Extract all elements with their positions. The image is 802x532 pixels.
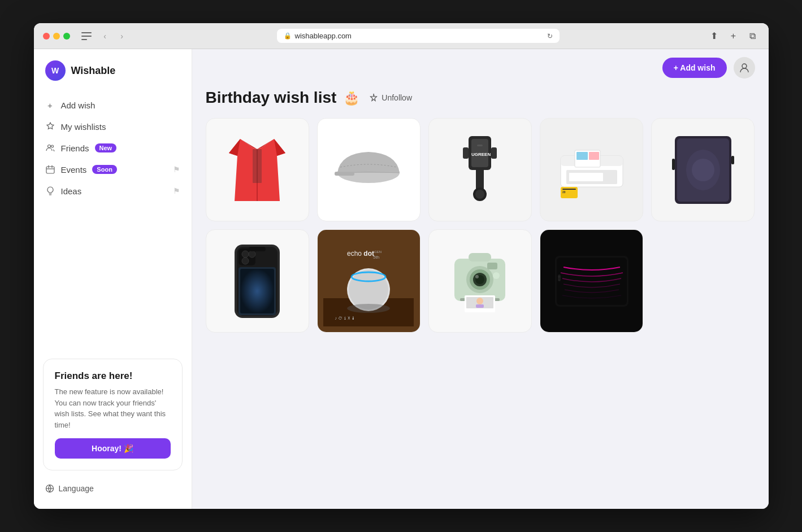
sidebar-item-label: My wishlists bbox=[61, 122, 106, 132]
product-card-tablet[interactable] bbox=[651, 118, 755, 221]
sidebar-item-label: Add wish bbox=[61, 101, 96, 110]
svg-point-45 bbox=[349, 270, 388, 309]
svg-text:echo dot: echo dot bbox=[347, 250, 374, 258]
promo-text: The new feature is now available! You ca… bbox=[55, 386, 171, 430]
svg-point-15 bbox=[475, 190, 484, 199]
tabs-button[interactable]: ⧉ bbox=[746, 29, 760, 43]
svg-point-72 bbox=[558, 279, 560, 281]
svg-text:♪ ⏱ ℹ ☀ 🌡: ♪ ⏱ ℹ ☀ 🌡 bbox=[335, 316, 356, 321]
svg-rect-59 bbox=[469, 253, 491, 261]
wishlist-emoji: 🎂 bbox=[343, 90, 360, 106]
wishlist-header: Birthday wish list 🎂 Unfollow bbox=[206, 86, 755, 107]
nav-arrows: ‹ › bbox=[98, 29, 129, 43]
product-card-holder[interactable]: UGREEN bbox=[428, 118, 532, 221]
sidebar-item-label: Events bbox=[61, 165, 87, 175]
svg-rect-60 bbox=[487, 263, 497, 269]
unfollow-button[interactable]: Unfollow bbox=[369, 93, 412, 102]
traffic-light-red[interactable] bbox=[43, 33, 50, 40]
main-content: + Add wish Birthday wish list 🎂 bbox=[192, 49, 769, 509]
sidebar-item-add-wish[interactable]: + Add wish bbox=[34, 94, 192, 116]
browser-window: ‹ › 🔒 wishableapp.com ↻ ⬆ + ⧉ W Wishable… bbox=[34, 23, 769, 509]
plus-icon: + bbox=[45, 100, 55, 110]
lock-icon: 🔒 bbox=[284, 32, 292, 40]
refresh-icon[interactable]: ↻ bbox=[547, 32, 553, 40]
sidebar: W Wishable + Add wish My wishlists bbox=[34, 49, 192, 509]
svg-point-46 bbox=[347, 304, 390, 313]
star-icon bbox=[45, 121, 55, 132]
svg-rect-66 bbox=[476, 304, 484, 308]
product-card-iphone[interactable] bbox=[206, 229, 309, 333]
svg-point-4 bbox=[742, 64, 747, 68]
browser-content: W Wishable + Add wish My wishlists bbox=[34, 49, 769, 509]
app-name: Wishable bbox=[71, 65, 116, 77]
unfollow-label: Unfollow bbox=[382, 93, 412, 102]
svg-point-1 bbox=[51, 145, 53, 147]
svg-rect-32 bbox=[731, 156, 734, 164]
browser-actions: ⬆ + ⧉ bbox=[708, 29, 760, 43]
promo-button[interactable]: Hooray! 🎉 bbox=[55, 438, 171, 459]
logo-area: W Wishable bbox=[34, 60, 192, 94]
products-grid: UGREEN bbox=[206, 118, 755, 333]
svg-rect-10 bbox=[463, 147, 469, 159]
jacket-product-visual bbox=[206, 119, 309, 221]
sidebar-item-my-wishlists[interactable]: My wishlists bbox=[34, 116, 192, 137]
back-button[interactable]: ‹ bbox=[98, 29, 112, 43]
ipad-product-visual bbox=[540, 230, 643, 332]
new-tab-button[interactable]: + bbox=[727, 29, 740, 43]
svg-rect-5 bbox=[253, 149, 262, 183]
product-card-printer[interactable]: 20 bbox=[540, 118, 643, 221]
printer-product-visual: 20 bbox=[540, 119, 643, 221]
app-logo: W bbox=[45, 60, 66, 81]
svg-point-65 bbox=[476, 298, 483, 304]
language-button[interactable]: Language bbox=[43, 479, 183, 498]
tablet-product-visual bbox=[652, 119, 754, 221]
top-bar: + Add wish bbox=[192, 49, 769, 86]
product-card-echo[interactable]: echo dot GEN 5th ♪ ⏱ ℹ ☀ 🌡 bbox=[317, 229, 420, 333]
share-button[interactable]: ⬆ bbox=[708, 29, 721, 43]
svg-rect-20 bbox=[569, 173, 603, 181]
promo-card: Friends are here! The new feature is now… bbox=[43, 359, 183, 470]
product-card-jacket[interactable] bbox=[206, 118, 309, 221]
traffic-light-yellow[interactable] bbox=[53, 33, 60, 40]
svg-point-30 bbox=[692, 159, 714, 181]
svg-rect-69 bbox=[557, 258, 627, 305]
svg-rect-22 bbox=[576, 152, 588, 160]
svg-rect-2 bbox=[46, 167, 54, 173]
svg-point-38 bbox=[242, 258, 249, 264]
url-text: wishableapp.com bbox=[295, 32, 352, 40]
svg-point-61 bbox=[493, 272, 500, 279]
iphone-product-visual bbox=[206, 230, 309, 332]
product-card-instax[interactable] bbox=[428, 229, 532, 333]
address-bar[interactable]: 🔒 wishableapp.com ↻ bbox=[277, 29, 560, 43]
bulb-icon bbox=[45, 186, 55, 196]
svg-text:5th: 5th bbox=[373, 255, 379, 260]
svg-text:UGREEN: UGREEN bbox=[471, 152, 491, 157]
sidebar-bottom: Friends are here! The new feature is now… bbox=[34, 359, 192, 498]
svg-rect-31 bbox=[672, 159, 675, 170]
svg-rect-12 bbox=[477, 145, 483, 146]
new-badge: New bbox=[95, 143, 117, 152]
pin-icon: ⚑ bbox=[173, 165, 180, 174]
sidebar-item-label: Friends bbox=[61, 143, 89, 153]
sidebar-item-label: Ideas bbox=[61, 186, 82, 196]
svg-rect-25 bbox=[562, 189, 576, 190]
add-wish-button[interactable]: + Add wish bbox=[662, 58, 727, 78]
forward-button[interactable]: › bbox=[115, 29, 129, 43]
holder-product-visual: UGREEN bbox=[429, 119, 531, 221]
browser-chrome: ‹ › 🔒 wishableapp.com ↻ ⬆ + ⧉ bbox=[34, 23, 769, 49]
svg-point-71 bbox=[558, 276, 560, 278]
sidebar-item-friends[interactable]: Friends New bbox=[34, 137, 192, 159]
sidebar-item-events[interactable]: Events Soon ⚑ bbox=[34, 159, 192, 180]
product-card-cap[interactable] bbox=[317, 118, 420, 221]
svg-point-58 bbox=[475, 275, 479, 278]
sidebar-item-ideas[interactable]: Ideas ⚑ bbox=[34, 180, 192, 202]
sidebar-toggle[interactable] bbox=[81, 32, 92, 40]
promo-title: Friends are here! bbox=[55, 370, 171, 382]
traffic-light-green[interactable] bbox=[63, 33, 70, 40]
svg-rect-41 bbox=[249, 247, 266, 251]
user-avatar-button[interactable] bbox=[734, 57, 755, 79]
product-card-ipad[interactable] bbox=[540, 229, 643, 333]
pin-icon-ideas: ⚑ bbox=[173, 186, 180, 195]
svg-rect-40 bbox=[240, 269, 274, 313]
add-wish-label: + Add wish bbox=[674, 63, 716, 72]
